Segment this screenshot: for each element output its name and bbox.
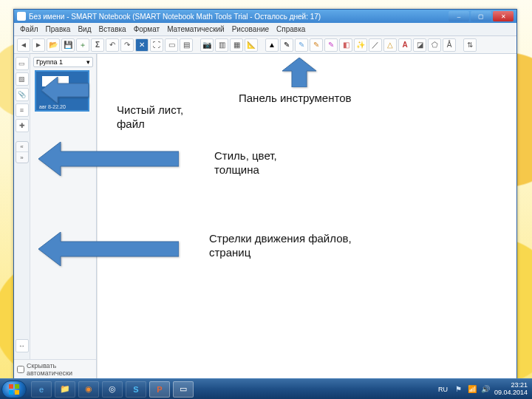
taskbar-clock[interactable]: 23:21 09.04.2014 xyxy=(494,382,528,397)
taskbar-ie[interactable]: e xyxy=(31,381,52,398)
tool-regular-poly[interactable]: ⬠ xyxy=(428,38,441,52)
menu-format[interactable]: Формат xyxy=(132,24,162,34)
chevron-down-icon: ▾ xyxy=(86,58,90,66)
menu-file[interactable]: Файл xyxy=(18,24,40,34)
tool-magic-pen[interactable]: ✨ xyxy=(354,38,367,52)
menu-math[interactable]: Математический xyxy=(166,24,226,34)
tool-highlighter[interactable]: ✎ xyxy=(324,38,338,52)
svg-rect-4 xyxy=(9,384,13,389)
tool-line[interactable]: ／ xyxy=(369,38,382,52)
tab-addons[interactable]: ✚ xyxy=(16,119,29,132)
tool-ruler[interactable]: 📐 xyxy=(245,38,258,52)
page-nav-down-icon: » xyxy=(16,152,28,163)
app-icon xyxy=(17,12,26,21)
tab-page-sorter[interactable]: ▭ xyxy=(16,57,29,70)
page-canvas[interactable] xyxy=(97,54,516,379)
system-tray: RU ⚑ 📶 🔊 23:21 09.04.2014 xyxy=(436,382,532,397)
close-button[interactable]: ✕ xyxy=(493,11,514,21)
tool-open[interactable]: 📂 xyxy=(47,38,60,52)
svg-rect-7 xyxy=(15,390,19,395)
tool-two-page[interactable]: ▭ xyxy=(165,38,178,52)
side-tab-strip: ▭ ▧ 📎 ≡ ✚ « » ↔ xyxy=(14,54,30,359)
tool-prev-page[interactable]: ◄ xyxy=(17,38,30,52)
notebook-icon: ▭ xyxy=(180,384,187,394)
tool-delete[interactable]: ✕ xyxy=(135,38,149,52)
chrome-icon: ◎ xyxy=(109,384,116,394)
menu-insert[interactable]: Вставка xyxy=(97,24,127,34)
autohide-checkbox[interactable]: Скрывать автоматически xyxy=(14,359,96,379)
firefox-icon: ◉ xyxy=(85,384,92,394)
sidebar: ▭ ▧ 📎 ≡ ✚ « » ↔ xyxy=(14,54,97,379)
tool-move-toolbar[interactable]: ⇅ xyxy=(463,38,477,52)
content-area: ▭ ▧ 📎 ≡ ✚ « » ↔ xyxy=(14,54,516,379)
tool-compass[interactable]: Å xyxy=(443,38,456,52)
autohide-input[interactable] xyxy=(17,366,24,373)
tool-fill[interactable]: ◪ xyxy=(413,38,426,52)
app-window: Без имени - SMART Notebook (SMART Notebo… xyxy=(13,9,517,380)
group-header[interactable]: Группа 1 ▾ xyxy=(33,57,93,67)
tool-next-page[interactable]: ► xyxy=(32,38,45,52)
minimize-button[interactable]: – xyxy=(449,11,469,21)
menu-draw[interactable]: Рисование xyxy=(231,24,270,34)
tool-save[interactable]: 💾 xyxy=(61,38,75,52)
menu-edit[interactable]: Правка xyxy=(44,24,72,34)
page-sorter-panel: Группа 1 ▾ авг 8-22.20 xyxy=(30,54,96,359)
page-thumbnail-1[interactable]: авг 8-22.20 xyxy=(35,70,89,112)
taskbar-explorer[interactable]: 📁 xyxy=(55,381,75,398)
page-nav-up-icon: « xyxy=(16,142,28,152)
toolbar: ◄ ► 📂 💾 ＋ Σ ↶ ↷ ✕ ⛶ ▭ ▤ 📷 ▥ ▦ 📐 ▲ ✎ ✎ ✎ … xyxy=(14,36,516,54)
tool-camera[interactable]: 📷 xyxy=(200,38,214,52)
titlebar: Без имени - SMART Notebook (SMART Notebo… xyxy=(14,10,516,23)
group-label: Группа 1 xyxy=(36,58,63,66)
window-controls: – ▢ ✕ xyxy=(449,11,514,21)
skype-icon: S xyxy=(133,385,138,394)
tool-sigma[interactable]: Σ xyxy=(91,38,104,52)
tool-redo[interactable]: ↷ xyxy=(120,38,134,52)
folder-icon: 📁 xyxy=(60,384,70,394)
tool-new-page[interactable]: ＋ xyxy=(76,38,89,52)
presentation-slide: Без имени - SMART Notebook (SMART Notebo… xyxy=(13,9,517,380)
svg-rect-5 xyxy=(15,384,19,389)
pinned-apps: e 📁 ◉ ◎ S P ▭ xyxy=(31,381,194,398)
tool-shape[interactable]: △ xyxy=(383,38,397,52)
start-button[interactable] xyxy=(1,381,27,398)
window-title: Без имени - SMART Notebook (SMART Notebo… xyxy=(29,13,449,21)
language-indicator[interactable]: RU xyxy=(436,385,450,394)
tool-undo[interactable]: ↶ xyxy=(106,38,119,52)
tray-flag-icon[interactable]: ⚑ xyxy=(454,385,463,394)
page-nav-buttons[interactable]: « » xyxy=(16,141,29,163)
tab-gallery[interactable]: ▧ xyxy=(16,72,29,86)
tray-volume-icon[interactable]: 🔊 xyxy=(481,385,490,394)
tool-text[interactable]: A xyxy=(398,38,412,52)
clock-date: 09.04.2014 xyxy=(494,389,528,397)
taskbar-firefox[interactable]: ◉ xyxy=(78,381,99,398)
tool-eraser[interactable]: ◧ xyxy=(339,38,352,52)
tab-properties[interactable]: ≡ xyxy=(16,103,29,117)
tool-fullscreen[interactable]: ⛶ xyxy=(150,38,163,52)
tool-pen1[interactable]: ✎ xyxy=(280,38,293,52)
taskbar-notebook[interactable]: ▭ xyxy=(173,381,194,398)
windows-taskbar: e 📁 ◉ ◎ S P ▭ RU ⚑ 📶 🔊 23:21 09.04.2014 xyxy=(0,378,532,399)
tool-pen3[interactable]: ✎ xyxy=(310,38,323,52)
powerpoint-icon: P xyxy=(157,385,162,394)
tool-select[interactable]: ▲ xyxy=(265,38,279,52)
autohide-label: Скрывать автоматически xyxy=(27,362,93,377)
maximize-button[interactable]: ▢ xyxy=(471,11,491,21)
windows-logo-icon xyxy=(8,383,20,395)
menu-view[interactable]: Вид xyxy=(76,24,92,34)
tool-shade[interactable]: ▤ xyxy=(180,38,193,52)
tab-expand[interactable]: ↔ xyxy=(16,339,29,352)
tool-doc-camera[interactable]: ▥ xyxy=(215,38,228,52)
thumbnail-caption: авг 8-22.20 xyxy=(39,104,66,109)
ie-icon: e xyxy=(39,385,44,394)
menu-help[interactable]: Справка xyxy=(275,24,307,34)
taskbar-chrome[interactable]: ◎ xyxy=(102,381,123,398)
svg-rect-6 xyxy=(9,390,13,395)
thumbnail-content xyxy=(42,76,69,86)
tab-attachments[interactable]: 📎 xyxy=(16,88,29,101)
taskbar-skype[interactable]: S xyxy=(126,381,146,398)
tool-table[interactable]: ▦ xyxy=(230,38,243,52)
tool-pen2[interactable]: ✎ xyxy=(295,38,308,52)
tray-network-icon[interactable]: 📶 xyxy=(468,385,477,394)
taskbar-powerpoint[interactable]: P xyxy=(149,381,170,398)
